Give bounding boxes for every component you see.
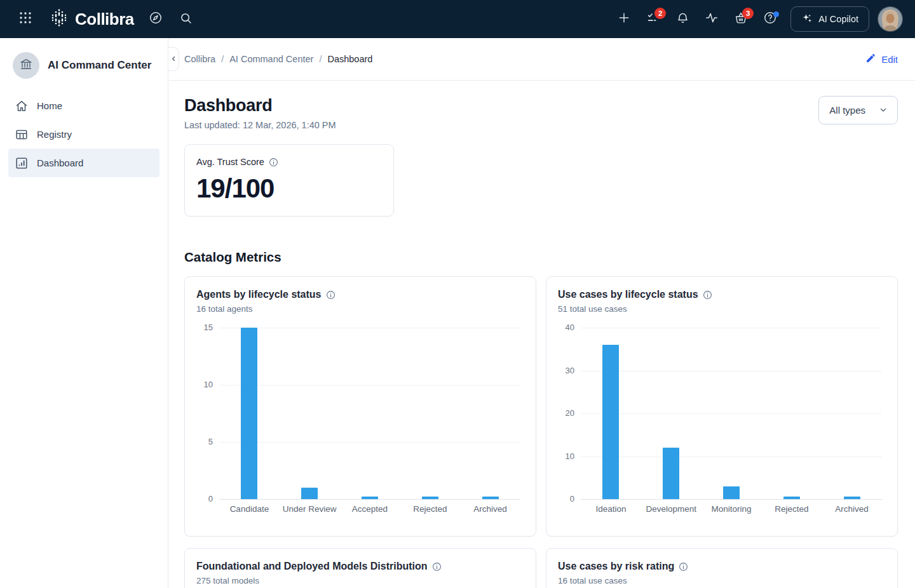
type-filter-value: All types (829, 105, 865, 116)
info-icon[interactable] (269, 157, 278, 167)
chevron-left-icon (171, 55, 177, 63)
info-icon[interactable] (703, 290, 712, 300)
collibra-logo-icon (50, 8, 69, 30)
gridline (219, 499, 520, 500)
gridline (219, 442, 520, 443)
gridline (581, 499, 882, 500)
y-tick-label: 30 (566, 366, 574, 376)
trust-score-value: 19/100 (196, 173, 382, 204)
plot-area: IdeationDevelopmentMonitoringRejectedArc… (581, 328, 882, 499)
page-title: Dashboard (184, 96, 336, 116)
avg-trust-score-card: Avg. Trust Score 19/100 (184, 144, 394, 217)
sidebar-collapse-button[interactable] (168, 47, 179, 71)
chevron-down-icon (879, 106, 887, 115)
help-button[interactable] (757, 6, 783, 32)
charts-row-1: Agents by lifecycle status 16 total agen… (169, 265, 915, 537)
ai-copilot-label: AI Copilot (818, 14, 858, 24)
charts-row-2: Foundational and Deployed Models Distrib… (169, 537, 915, 588)
collibra-brand[interactable]: Collibra (50, 8, 134, 30)
y-tick-label: 10 (566, 451, 574, 462)
y-axis: 010203040 (558, 328, 581, 499)
section-title: Catalog Metrics (184, 250, 915, 265)
search-icon (179, 11, 193, 27)
y-tick-label: 0 (208, 494, 213, 504)
user-avatar[interactable] (878, 7, 902, 31)
plot-area: CandidateUnder ReviewAcceptedRejectedArc… (219, 328, 520, 499)
chart-title: Use cases by risk rating (558, 561, 674, 572)
bar-chart-icon (15, 156, 29, 170)
marketplace-button[interactable]: 3 (728, 6, 754, 32)
tasks-button[interactable]: 2 (640, 6, 666, 32)
chart-subtitle: 16 total agents (196, 304, 524, 314)
gridline (581, 371, 882, 371)
chart-title: Use cases by lifecycle status (558, 289, 698, 300)
breadcrumb-separator: / (319, 54, 322, 64)
gridline (581, 328, 882, 328)
breadcrumb-current: Dashboard (327, 54, 372, 64)
gridline (219, 385, 520, 385)
chart-title: Foundational and Deployed Models Distrib… (196, 561, 428, 572)
workspace-header: AI Command Center (0, 52, 168, 91)
sidebar-item-label: Home (37, 100, 62, 111)
breadcrumb-separator: / (221, 54, 224, 64)
edit-button[interactable]: Edit (865, 53, 898, 65)
workspace-avatar (13, 52, 39, 79)
bank-icon (19, 57, 33, 74)
bar-rejected (422, 497, 438, 499)
info-icon[interactable] (326, 290, 336, 300)
help-new-indicator (773, 11, 779, 17)
bar-ideation (602, 345, 619, 499)
bar-archived (844, 497, 860, 499)
tasks-badge: 2 (654, 8, 666, 19)
collibra-wordmark: Collibra (75, 10, 134, 29)
bar-under-review (301, 488, 318, 499)
top-navigation-bar: Collibra (0, 0, 915, 38)
chart-subtitle: 51 total use cases (558, 304, 886, 314)
y-tick-label: 20 (566, 408, 574, 418)
agents-lifecycle-bar-chart: 051015 CandidateUnder ReviewAcceptedReje… (196, 328, 524, 499)
breadcrumb: Collibra / AI Command Center / Dashboard (184, 54, 372, 64)
use-cases-lifecycle-card: Use cases by lifecycle status 51 total u… (546, 276, 898, 537)
info-icon[interactable] (432, 562, 442, 571)
y-tick-label: 0 (570, 494, 574, 504)
sidebar-item-home[interactable]: Home (8, 91, 159, 120)
workspace-title: AI Command Center (48, 59, 151, 72)
create-button[interactable] (611, 6, 637, 32)
type-filter-dropdown[interactable]: All types (818, 96, 898, 124)
pencil-icon (865, 53, 876, 65)
breadcrumb-link-collibra[interactable]: Collibra (184, 54, 215, 64)
marketplace-badge: 3 (742, 8, 754, 19)
x-tick-label: Archived (449, 504, 532, 514)
bar-monitoring (723, 486, 740, 499)
activity-button[interactable] (699, 6, 724, 32)
compass-icon (149, 11, 163, 27)
activity-pulse-icon (705, 11, 719, 27)
sidebar-item-registry[interactable]: Registry (8, 120, 159, 149)
sidebar-item-dashboard[interactable]: Dashboard (8, 149, 159, 177)
main-content: Collibra / AI Command Center / Dashboard… (169, 38, 915, 588)
use-cases-lifecycle-bar-chart: 010203040 IdeationDevelopmentMonitoringR… (558, 328, 886, 499)
bar-rejected (783, 497, 800, 499)
last-updated-text: Last updated: 12 Mar, 2026, 1:40 PM (184, 120, 336, 130)
y-tick-label: 40 (566, 323, 574, 333)
search-button[interactable] (173, 6, 199, 32)
bar-accepted (362, 497, 378, 499)
breadcrumb-row: Collibra / AI Command Center / Dashboard… (169, 38, 915, 81)
notifications-button[interactable] (670, 6, 695, 32)
gridline (219, 328, 520, 328)
app-switcher-button[interactable] (13, 6, 38, 32)
sidebar-item-label: Dashboard (37, 157, 83, 168)
y-tick-label: 5 (208, 437, 213, 447)
bell-icon (676, 11, 689, 27)
breadcrumb-link-ai-command-center[interactable]: AI Command Center (229, 54, 313, 64)
waffle-grid-icon (19, 11, 32, 27)
discover-button[interactable] (143, 6, 168, 32)
table-grid-icon (15, 128, 29, 142)
risk-rating-card: Use cases by risk rating 16 total use ca… (546, 548, 898, 588)
info-icon[interactable] (679, 562, 688, 571)
ai-copilot-button[interactable]: AI Copilot (790, 6, 869, 32)
models-distribution-card: Foundational and Deployed Models Distrib… (184, 548, 536, 588)
agents-lifecycle-card: Agents by lifecycle status 16 total agen… (184, 276, 536, 537)
bar-development (663, 448, 679, 499)
bar-candidate (241, 328, 257, 499)
